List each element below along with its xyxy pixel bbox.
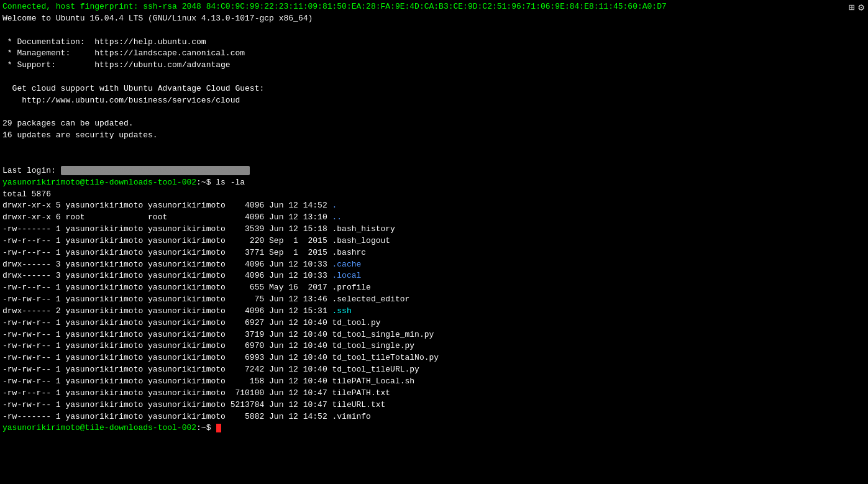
ls-td-tool-single-min: -rw-rw-r-- 1 yasunorikirimoto yasunoriki… xyxy=(2,329,866,341)
ls-tilepath-txt: -rw-r--r-- 1 yasunorikirimoto yasunoriki… xyxy=(2,388,866,400)
cache-entry: .cache xyxy=(332,260,362,269)
terminal: ⊞ ⚙ Connected, host fingerprint: ssh-rsa… xyxy=(0,0,868,484)
blank3 xyxy=(2,107,866,119)
prompt1-user: yasunorikirimoto@tile-downloads-tool-002 xyxy=(2,178,196,187)
ls-td-tool-tiletotalNo: -rw-rw-r-- 1 yasunorikirimoto yasunoriki… xyxy=(2,352,866,364)
mgmt-line: * Management: https://landscape.canonica… xyxy=(2,48,866,60)
total-line: total 5876 xyxy=(2,189,866,201)
dot-entry: . xyxy=(332,201,337,210)
prompt1-cmd: :~$ ls -la xyxy=(196,178,245,187)
blank2 xyxy=(2,71,866,83)
support-line: * Support: https://ubuntu.com/advantage xyxy=(2,60,866,71)
grid-icon[interactable]: ⊞ xyxy=(849,1,855,14)
local-entry: .local xyxy=(332,271,362,280)
cursor xyxy=(216,424,221,432)
ls-viminfo: -rw------- 1 yasunorikirimoto yasunoriki… xyxy=(2,411,866,423)
ls-td-tool-tileurl: -rw-rw-r-- 1 yasunorikirimoto yasunoriki… xyxy=(2,364,866,376)
cloud1-line: Get cloud support with Ubuntu Advantage … xyxy=(2,83,866,95)
pkg2-line: 16 updates are security updates. xyxy=(2,130,866,142)
connected-line: Connected, host fingerprint: ssh-rsa 204… xyxy=(2,1,866,13)
prompt2-cmd: :~$ xyxy=(196,423,216,432)
prompt2-line[interactable]: yasunorikirimoto@tile-downloads-tool-002… xyxy=(2,422,866,434)
ls-local: drwx------ 3 yasunorikirimoto yasunoriki… xyxy=(2,270,866,282)
cloud2-line: http://www.ubuntu.com/business/services/… xyxy=(2,95,866,107)
ls-bash-logout: -rw-r--r-- 1 yasunorikirimoto yasunoriki… xyxy=(2,235,866,247)
ls-td-tool: -rw-rw-r-- 1 yasunorikirimoto yasunoriki… xyxy=(2,317,866,329)
top-bar: ⊞ ⚙ xyxy=(845,0,868,15)
pkg1-line: 29 packages can be updated. xyxy=(2,118,866,130)
doc-line: * Documentation: https://help.ubuntu.com xyxy=(2,37,866,48)
blank4 xyxy=(2,142,866,153)
blurred-ip: xxx xxx xxx xxx xxx xxx xxx xxx xxx xxx xyxy=(61,166,250,175)
blank5 xyxy=(2,153,866,165)
ls-cache: drwx------ 3 yasunorikirimoto yasunoriki… xyxy=(2,259,866,271)
terminal-output: Connected, host fingerprint: ssh-rsa 204… xyxy=(2,1,866,434)
ls-tilepath-local: -rw-rw-r-- 1 yasunorikirimoto yasunoriki… xyxy=(2,376,866,388)
gear-icon[interactable]: ⚙ xyxy=(858,1,864,14)
prompt2-user: yasunorikirimoto@tile-downloads-tool-002 xyxy=(2,423,196,432)
ls-selected-editor: -rw-rw-r-- 1 yasunorikirimoto yasunoriki… xyxy=(2,294,866,306)
ls-bash-history: -rw------- 1 yasunorikirimoto yasunoriki… xyxy=(2,224,866,235)
blank1 xyxy=(2,25,866,37)
ls-ssh: drwx------ 2 yasunorikirimoto yasunoriki… xyxy=(2,306,866,317)
lastlogin-line: Last login: xxx xxx xxx xxx xxx xxx xxx … xyxy=(2,165,866,177)
ls-td-tool-single: -rw-rw-r-- 1 yasunorikirimoto yasunoriki… xyxy=(2,340,866,352)
ls-dot: drwxr-xr-x 5 yasunorikirimoto yasunoriki… xyxy=(2,200,866,212)
welcome-line: Welcome to Ubuntu 16.04.4 LTS (GNU/Linux… xyxy=(2,13,866,25)
ls-tileurl-txt: -rw-rw-r-- 1 yasunorikirimoto yasunoriki… xyxy=(2,400,866,411)
prompt1-line: yasunorikirimoto@tile-downloads-tool-002… xyxy=(2,177,866,189)
dotdot-entry: .. xyxy=(332,212,342,222)
ls-bashrc: -rw-r--r-- 1 yasunorikirimoto yasunoriki… xyxy=(2,247,866,259)
ssh-entry: .ssh xyxy=(332,306,352,316)
ls-profile: -rw-r--r-- 1 yasunorikirimoto yasunoriki… xyxy=(2,282,866,294)
ls-dotdot: drwxr-xr-x 6 root root 4096 Jun 12 13:10… xyxy=(2,212,866,224)
